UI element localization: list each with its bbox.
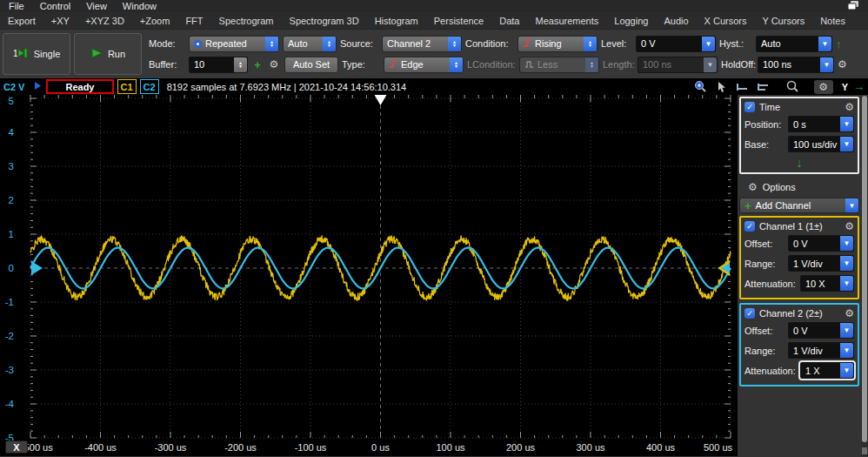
y-tick-label: 5 — [9, 96, 14, 106]
holdoff-value: 100 ns — [763, 59, 791, 70]
channel1-badge[interactable]: C1 — [117, 79, 137, 94]
x-tick-label: -200 us — [224, 442, 257, 453]
x-axis-button[interactable]: X — [5, 440, 28, 454]
tab-zoom[interactable]: +Zoom — [132, 16, 178, 26]
tab-measurements[interactable]: Measurements — [528, 16, 607, 26]
tab-xyz-3d[interactable]: +XYZ 3D — [77, 16, 132, 26]
status-bar: C2 V Ready C1 C2 8192 samples at 7.6923 … — [0, 78, 868, 95]
tab-logging[interactable]: Logging — [606, 16, 656, 26]
base-value: 100 us/div — [793, 139, 837, 150]
scrollbar-thumb[interactable] — [862, 96, 867, 442]
add-channel-select[interactable]: + Add Channel ▼ — [739, 198, 859, 213]
tab-xy[interactable]: +XY — [43, 16, 77, 26]
chevron-down-icon: ▼ — [840, 323, 853, 338]
chevron-down-icon: ▼ — [840, 256, 853, 271]
options-header: ⚙ Options — [739, 178, 859, 197]
chevron-down-icon: ▼ — [840, 363, 853, 378]
tab-spectrogram[interactable]: Spectrogram — [211, 16, 282, 26]
waveform-canvas[interactable]: -500 us-400 us-300 us-200 us-100 us0 us1… — [0, 95, 738, 456]
auto-set-button[interactable]: Auto Set — [284, 57, 338, 73]
y-axis-unit-label[interactable]: C2 V — [3, 82, 24, 92]
tab-export[interactable]: Export — [0, 16, 43, 26]
channel2-gear-icon[interactable]: ⚙ — [845, 308, 854, 319]
channel1-checkbox[interactable]: ✓ — [744, 221, 755, 232]
holdoff-combo[interactable]: 100 ns ▼ — [758, 57, 834, 73]
pulse-less-icon — [524, 59, 534, 71]
source-label: Source: — [340, 38, 378, 49]
play-chevron-icon[interactable] — [33, 81, 43, 92]
type-select[interactable]: Edge ▲▼ — [384, 57, 464, 73]
chevron-updown-icon: ▲▼ — [265, 37, 278, 51]
mode-value: Repeated — [205, 38, 247, 49]
buffer-label: Buffer: — [149, 59, 185, 70]
tab-x-cursors[interactable]: X Cursors — [697, 16, 755, 26]
channel1-range-combo[interactable]: 1 V/div ▼ — [788, 255, 854, 272]
magnifier-icon[interactable] — [785, 80, 802, 94]
tab-persistence[interactable]: Persistence — [426, 16, 491, 26]
hyst-combo[interactable]: Auto ▼ — [756, 36, 832, 52]
quick-measure-horizontal-icon[interactable] — [734, 80, 751, 94]
menu-view[interactable]: View — [86, 1, 107, 11]
level-combo[interactable]: 0 V ▼ — [636, 36, 716, 52]
tab-notes[interactable]: Notes — [812, 16, 853, 26]
run-button-label: Run — [108, 49, 125, 59]
base-combo[interactable]: 100 us/div ▼ — [788, 136, 854, 152]
mode-select[interactable]: Repeated ▲▼ — [189, 36, 279, 52]
arrow-up-icon[interactable]: ↑ — [836, 37, 842, 50]
zoom-in-icon[interactable] — [692, 80, 710, 94]
tab-y-cursors[interactable]: Y Cursors — [754, 16, 812, 26]
x-tick-label: 100 us — [436, 442, 465, 453]
single-button-label: Single — [34, 49, 61, 59]
buffer-spinner[interactable]: 10 ▲▼ — [189, 57, 248, 73]
time-checkbox[interactable]: ✓ — [744, 102, 755, 112]
add-channel-label: Add Channel — [756, 200, 811, 211]
chevron-updown-icon: ▲▼ — [585, 57, 598, 72]
tab-digital[interactable]: Digital — [860, 16, 868, 26]
condition-select[interactable]: Rising ▲▼ — [517, 36, 598, 52]
plot-settings-gear-icon[interactable]: ⚙ — [814, 80, 833, 94]
channel1-attenuation-combo[interactable]: 10 X ▼ — [800, 275, 854, 292]
length-label: Length: — [603, 59, 634, 70]
y-tick-label: -1 — [5, 297, 14, 307]
run-button[interactable]: Run — [74, 33, 142, 75]
trigger-controls: Mode: Repeated ▲▼ Auto ▲▼ Source: Channe… — [149, 35, 865, 73]
channel2-checkbox[interactable]: ✓ — [744, 308, 755, 319]
level-label: Level: — [601, 38, 632, 49]
quick-measure-both-icon[interactable] — [755, 80, 772, 94]
tab-spectrogram-3d[interactable]: Spectrogram 3D — [282, 16, 367, 26]
windows-icon[interactable] — [847, 0, 859, 12]
menu-window[interactable]: Window — [123, 1, 157, 11]
lcondition-label: LCondition: — [467, 59, 516, 70]
single-button[interactable]: 1 Single — [3, 33, 70, 75]
arrow-right-icon[interactable]: → — [853, 80, 865, 93]
y-tick-label: 4 — [9, 127, 15, 138]
acquisition-toolbar: 1 Single Run Mode: Repeated ▲▼ Auto ▲▼ — [0, 30, 868, 78]
channel2-attenuation-combo[interactable]: 1 X ▼ — [800, 362, 854, 379]
menu-file[interactable]: File — [9, 1, 24, 11]
tab-data[interactable]: Data — [491, 16, 527, 26]
position-combo[interactable]: 0 s ▼ — [788, 116, 854, 132]
scope-plot[interactable]: -500 us-400 us-300 us-200 us-100 us0 us1… — [0, 95, 738, 456]
time-gear-icon[interactable]: ⚙ — [845, 102, 854, 112]
cursor-pointer-icon[interactable] — [713, 80, 731, 94]
y-tick-label: -2 — [5, 331, 14, 341]
source-select[interactable]: Channel 2 ▲▼ — [382, 36, 462, 52]
buffer-gear-icon[interactable]: ⚙ — [267, 59, 281, 70]
channel2-offset-combo[interactable]: 0 V ▼ — [788, 322, 854, 339]
trigger-gear-icon[interactable]: ⚙ — [838, 59, 847, 70]
channel1-gear-icon[interactable]: ⚙ — [845, 221, 854, 232]
chevron-updown-icon: ▲▼ — [448, 37, 461, 51]
menu-bar: File Control View Window — [0, 0, 868, 12]
tab-fft[interactable]: FFT — [177, 16, 210, 26]
channel2-badge[interactable]: C2 — [140, 79, 159, 94]
channel1-offset-combo[interactable]: 0 V ▼ — [788, 235, 854, 252]
auto-trigger-select[interactable]: Auto ▲▼ — [283, 36, 337, 52]
panel-scrollbar[interactable] — [861, 95, 868, 456]
plus-icon[interactable]: + — [251, 58, 264, 71]
tab-audio[interactable]: Audio — [656, 16, 696, 26]
source-value: Channel 2 — [387, 38, 431, 49]
tab-histogram[interactable]: Histogram — [367, 16, 426, 26]
time-section: ✓ Time ⚙ Position: 0 s ▼ Base: 100 us/di… — [739, 97, 859, 174]
menu-control[interactable]: Control — [40, 1, 70, 11]
channel2-range-combo[interactable]: 1 V/div ▼ — [788, 342, 854, 359]
